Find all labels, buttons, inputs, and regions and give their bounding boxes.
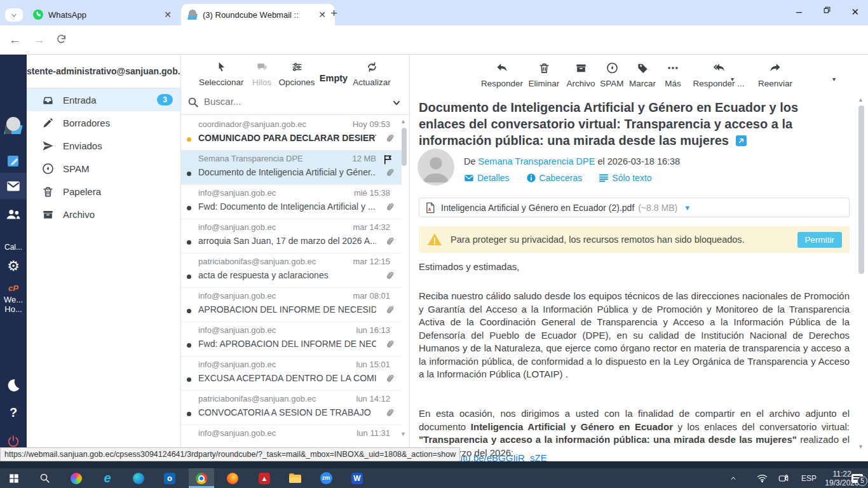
compose-icon[interactable] bbox=[0, 153, 27, 171]
message-row-selected[interactable]: Semana Transparencia DPE12 MB Documento … bbox=[181, 151, 402, 185]
window-minimize-button[interactable]: – bbox=[796, 6, 802, 18]
forward-caret-icon[interactable]: ▾ bbox=[832, 76, 836, 83]
tray-wifi[interactable] bbox=[754, 468, 770, 488]
plaintext-link[interactable]: Sólo texto bbox=[599, 173, 651, 183]
tab-whatsapp[interactable]: WhatsApp ✕ bbox=[27, 4, 180, 25]
more-button[interactable]: Más bbox=[659, 62, 687, 88]
delete-button[interactable]: Eliminar bbox=[524, 62, 564, 88]
reply-button[interactable]: Responder bbox=[480, 62, 524, 88]
tray-teams[interactable] bbox=[775, 468, 792, 488]
new-tab-button[interactable]: + bbox=[330, 6, 337, 20]
account-header[interactable]: stente-administrativo@sanjuan.gob.ec ⋮ bbox=[27, 55, 180, 88]
paperclip-icon bbox=[384, 339, 395, 349]
sidebar-item-enviados[interactable]: Enviados bbox=[27, 134, 180, 157]
tray-notifications[interactable]: 5 bbox=[848, 468, 867, 488]
svg-text:A: A bbox=[428, 207, 431, 211]
flag-icon[interactable] bbox=[383, 154, 394, 165]
taskbar-outlook-button[interactable]: o bbox=[157, 468, 182, 488]
back-button[interactable]: ← bbox=[9, 33, 21, 47]
empty-button[interactable]: Empty bbox=[318, 71, 349, 83]
search-options-chevron-icon[interactable] bbox=[392, 98, 401, 107]
reply-all-caret-icon[interactable]: ▾ bbox=[731, 76, 734, 83]
list-scroll-down-icon[interactable]: ▼ bbox=[400, 431, 406, 437]
external-link-icon[interactable] bbox=[736, 135, 747, 146]
tray-language[interactable]: ESP bbox=[797, 468, 820, 488]
cpanel-logo[interactable]: cP bbox=[0, 283, 27, 293]
paper-plane-icon bbox=[42, 140, 54, 152]
refresh-button[interactable]: Actualizar bbox=[349, 61, 394, 87]
calendar-nav-label[interactable]: Cal... bbox=[0, 243, 27, 252]
window-close-button[interactable]: ✕ bbox=[851, 6, 859, 18]
taskbar-ie-button[interactable]: e bbox=[95, 468, 120, 488]
taskbar-copilot-button[interactable] bbox=[64, 468, 89, 488]
taskbar-firefox-button[interactable] bbox=[220, 468, 245, 488]
list-scroll-up-icon[interactable]: ▲ bbox=[400, 118, 406, 125]
sidebar-item-archivo[interactable]: Archivo bbox=[27, 203, 180, 226]
message-row[interactable]: patriciabonifas@sanjuan.gob.eclun 14:12 … bbox=[181, 391, 402, 425]
taskbar-word-button[interactable]: W bbox=[344, 468, 370, 488]
select-button[interactable]: Seleccionar bbox=[199, 61, 243, 87]
mark-button[interactable]: Marcar bbox=[625, 62, 660, 88]
pdf-file-icon: A bbox=[425, 202, 435, 214]
sidebar-item-papelera[interactable]: Papelera bbox=[27, 180, 180, 203]
view-scroll-down-icon[interactable]: ▼ bbox=[858, 444, 864, 450]
acrobat-icon: ▲ bbox=[259, 473, 270, 484]
attachment-row[interactable]: A Inteligencia Artificial y Género en Ec… bbox=[419, 198, 850, 217]
message-header-links: Detalles Cabeceras Sólo texto bbox=[464, 173, 652, 183]
dark-mode-moon-icon[interactable] bbox=[0, 377, 27, 395]
attachment-menu-caret-icon[interactable]: ▼ bbox=[684, 204, 691, 212]
message-row[interactable]: coordinador@sanjuan.gob.ecHoy 09:53 COMU… bbox=[181, 116, 402, 151]
sidebar-item-entrada[interactable]: Entrada 3 bbox=[27, 88, 180, 111]
tray-expand-button[interactable] bbox=[726, 468, 741, 488]
tab-roundcube[interactable]: (3) Roundcube Webmail :: Entra ✕ bbox=[181, 4, 335, 25]
edge-icon bbox=[133, 473, 144, 484]
tab-close-icon[interactable]: ✕ bbox=[316, 10, 329, 20]
webmail-home-label-2[interactable]: Ho... bbox=[0, 304, 27, 314]
sidebar-item-spam[interactable]: SPAM bbox=[27, 157, 180, 180]
taskbar-acrobat-button[interactable]: ▲ bbox=[252, 468, 277, 488]
tab-close-icon[interactable]: ✕ bbox=[161, 10, 174, 20]
forward-button[interactable]: → bbox=[33, 33, 45, 47]
unread-dot bbox=[187, 412, 191, 416]
message-row[interactable]: patriciabonifas@sanjuan.gob.ecmar 12:15 … bbox=[181, 254, 402, 288]
message-row[interactable]: info@sanjuan.gob.eclun 16:13 Fwd: APROBA… bbox=[181, 322, 402, 356]
details-link[interactable]: Detalles bbox=[464, 173, 510, 183]
headers-link[interactable]: Cabeceras bbox=[526, 173, 583, 183]
message-list-pane: Seleccionar Hilos Opciones Empty Actuali… bbox=[181, 55, 410, 461]
start-button[interactable] bbox=[1, 468, 27, 488]
threads-button[interactable]: Hilos bbox=[248, 61, 276, 87]
mail-nav-icon[interactable] bbox=[0, 173, 27, 200]
view-scroll-up-icon[interactable]: ▲ bbox=[858, 97, 864, 103]
list-scrollbar-thumb[interactable] bbox=[402, 128, 407, 166]
forward-button[interactable]: Reenviar bbox=[753, 62, 797, 88]
sidebar-item-borradores[interactable]: Borradores bbox=[27, 111, 180, 134]
sender-link[interactable]: Semana Transparencia DPE bbox=[478, 156, 595, 166]
message-row[interactable]: info@sanjuan.gob.ecmié 15:38 Fwd: Docume… bbox=[181, 185, 402, 219]
taskbar-search-button[interactable] bbox=[32, 468, 57, 488]
taskbar-zoom-button[interactable]: zm bbox=[313, 468, 339, 488]
search-bar[interactable] bbox=[181, 91, 409, 115]
contacts-icon[interactable] bbox=[0, 206, 27, 225]
webmail-home-label-1[interactable]: We... bbox=[0, 295, 27, 304]
search-input[interactable] bbox=[203, 95, 377, 107]
settings-gear-icon[interactable]: ⚙ bbox=[0, 258, 27, 274]
help-icon[interactable]: ? bbox=[0, 405, 27, 420]
window-restore-button[interactable] bbox=[823, 5, 831, 17]
taskbar-edge-button[interactable] bbox=[126, 468, 151, 488]
view-scrollbar-thumb[interactable] bbox=[858, 105, 864, 274]
attachment-name[interactable]: Inteligencia Artificial y Género en Ecua… bbox=[441, 203, 634, 213]
archive-button[interactable]: Archivo bbox=[562, 62, 599, 88]
allow-remote-button[interactable]: Permitir bbox=[797, 232, 843, 248]
message-row[interactable]: info@sanjuan.gob.ecmar 14:32 arroquia Sa… bbox=[181, 219, 402, 254]
spam-button[interactable]: SPAM bbox=[597, 62, 627, 88]
reload-button[interactable] bbox=[56, 34, 67, 47]
message-subject: Documento de Inteligencia Artificial y G… bbox=[419, 99, 846, 149]
unread-dot bbox=[187, 343, 191, 348]
options-button[interactable]: Opciones bbox=[276, 61, 317, 87]
message-row[interactable]: info@sanjuan.gob.ecmar 08:01 APROBACION … bbox=[181, 288, 402, 322]
taskbar-explorer-button[interactable] bbox=[282, 468, 308, 488]
message-row[interactable]: info@sanjuan.gob.eclun 15:01 EXCUSA ACEP… bbox=[181, 356, 402, 391]
tab-search-button[interactable] bbox=[5, 8, 23, 22]
taskbar-chrome-button-active[interactable] bbox=[189, 468, 214, 488]
reply-all-button[interactable]: Responder ... bbox=[689, 62, 748, 88]
